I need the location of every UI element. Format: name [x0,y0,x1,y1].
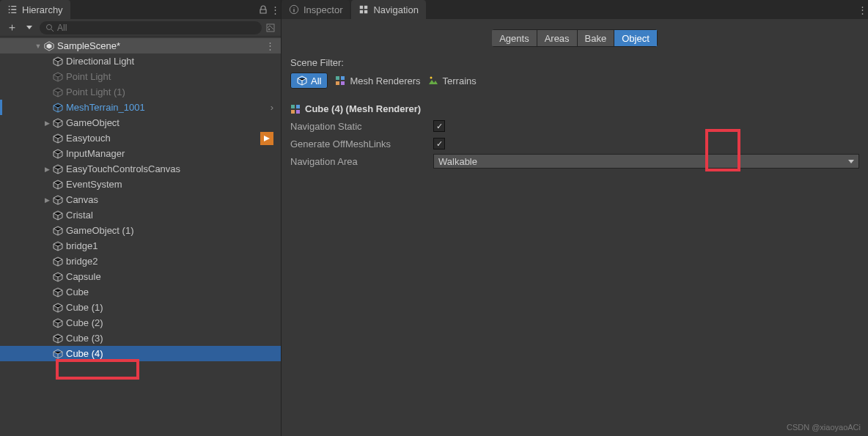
svg-rect-29 [364,10,367,13]
nav-tab-object[interactable]: Object [614,29,658,47]
foldout-arrow[interactable]: ▶ [43,196,51,204]
panel-menu-icon[interactable]: ⋮ [856,4,868,15]
filter-mesh-label: Mesh Renderers [350,75,420,86]
navigation-tab[interactable]: Navigation [351,0,425,19]
hierarchy-item[interactable]: Directional Light [0,53,281,69]
add-dropdown[interactable] [22,21,37,34]
foldout-arrow[interactable] [43,134,51,143]
foldout-arrow[interactable] [43,103,51,112]
inspector-tab[interactable]: Inspector [282,0,350,19]
hierarchy-item[interactable]: Cube (4) [0,346,281,361]
gameobject-icon [53,195,63,205]
hierarchy-tab-label: Hierarchy [22,4,63,15]
foldout-arrow[interactable] [43,242,51,251]
foldout-arrow[interactable] [43,257,51,266]
hierarchy-item[interactable]: Capsule [0,269,281,284]
gameobject-icon [53,180,63,190]
hierarchy-item[interactable]: Point Light (1) [0,84,281,100]
hierarchy-item[interactable]: Cube (1) [0,300,281,315]
foldout-arrow[interactable] [43,319,51,328]
foldout-arrow[interactable] [43,273,51,281]
nav-tab-areas[interactable]: Areas [537,29,578,47]
gameobject-icon [53,118,63,128]
gameobject-icon [53,272,63,282]
gameobject-icon [53,256,63,267]
nav-static-checkbox[interactable]: ✓ [433,120,445,132]
hierarchy-item-label: Canvas [66,194,98,205]
gen-links-checkbox[interactable]: ✓ [433,138,445,149]
chevron-right-icon: › [271,102,273,113]
foldout-arrow[interactable] [43,303,51,312]
hierarchy-item[interactable]: ▶EasyTouchControlsCanvas [0,161,281,177]
search-field[interactable] [40,21,262,34]
foldout-arrow[interactable] [43,57,51,66]
hierarchy-tab[interactable]: Hierarchy [0,0,70,19]
nav-subtabs: AgentsAreasBakeObject [282,19,868,54]
foldout-arrow[interactable]: ▼ [34,42,43,51]
svg-marker-4 [47,43,52,48]
hierarchy-item-label: GameObject (1) [66,225,133,236]
hierarchy-item-label: Cube (3) [66,333,103,344]
filter-all-button[interactable]: All [290,73,328,89]
hierarchy-item-label: Directional Light [66,56,134,67]
nav-tab-agents[interactable]: Agents [492,29,537,47]
inspector-tab-label: Inspector [304,4,342,15]
scene-menu-icon[interactable]: ⋮ [265,40,275,51]
foldout-arrow[interactable] [43,211,51,220]
scene-filter-section: Scene Filter: All Mesh Renderers Terrain… [282,54,868,99]
foldout-arrow[interactable] [43,88,51,97]
svg-rect-32 [341,76,345,80]
modified-indicator [0,100,2,115]
filter-terrain-label: Terrains [443,75,477,86]
hierarchy-tree[interactable]: ▼ SampleScene* ⋮ Directional LightPoint … [0,37,281,436]
cube-icon [297,75,307,86]
scene-row[interactable]: ▼ SampleScene* ⋮ [0,38,281,53]
hierarchy-item[interactable]: ▶Canvas [0,192,281,207]
filter-terrain[interactable]: Terrains [428,75,477,86]
foldout-arrow[interactable] [43,180,51,189]
hierarchy-item[interactable]: Point Light [0,69,281,84]
scene-label: SampleScene* [57,40,120,51]
foldout-arrow[interactable]: ▶ [43,165,51,174]
nav-tab-bake[interactable]: Bake [577,29,615,47]
nav-static-label: Navigation Static [290,121,433,132]
svg-rect-39 [296,110,300,114]
filter-mesh[interactable]: Mesh Renderers [335,75,420,86]
search-by-type-icon[interactable] [265,22,276,34]
svg-rect-26 [360,6,363,9]
unity-logo-icon [44,41,54,51]
tab-menu-icon[interactable]: ⋮ [269,4,281,15]
hierarchy-item[interactable]: Cube (3) [0,330,281,346]
hierarchy-item-label: bridge1 [66,240,98,251]
hierarchy-item-label: Point Light (1) [66,86,125,97]
add-button[interactable]: ＋ [4,21,19,34]
hierarchy-item[interactable]: Cube [0,284,281,300]
hierarchy-item[interactable]: Easytouch [0,130,281,146]
foldout-arrow[interactable] [43,350,51,358]
gameobject-icon [53,149,63,159]
hierarchy-item[interactable]: GameObject (1) [0,223,281,238]
gameobject-icon [53,226,63,236]
lock-icon[interactable] [257,5,269,14]
hierarchy-tab-bar: Hierarchy ⋮ [0,0,281,19]
search-input[interactable] [57,23,256,33]
foldout-arrow[interactable]: ▶ [43,119,51,128]
foldout-arrow[interactable] [43,149,51,158]
foldout-arrow[interactable] [43,226,51,235]
hierarchy-item[interactable]: Cube (2) [0,315,281,330]
nav-area-dropdown[interactable]: Walkable [433,154,859,169]
foldout-arrow[interactable] [43,288,51,297]
svg-rect-34 [341,81,345,85]
hierarchy-item[interactable]: bridge2 [0,254,281,269]
hierarchy-item[interactable]: Cristal [0,207,281,223]
gen-links-label: Generate OffMeshLinks [290,138,433,149]
foldout-arrow[interactable] [43,334,51,343]
hierarchy-item[interactable]: ▶GameObject [0,115,281,130]
foldout-arrow[interactable] [43,73,51,81]
hierarchy-item[interactable]: InputManager [0,146,281,161]
hierarchy-item[interactable]: EventSystem [0,177,281,192]
hierarchy-item-label: bridge2 [66,256,98,267]
hierarchy-item[interactable]: MeshTerrain_1001› [0,100,281,115]
gameobject-icon [53,333,63,344]
hierarchy-item[interactable]: bridge1 [0,238,281,254]
